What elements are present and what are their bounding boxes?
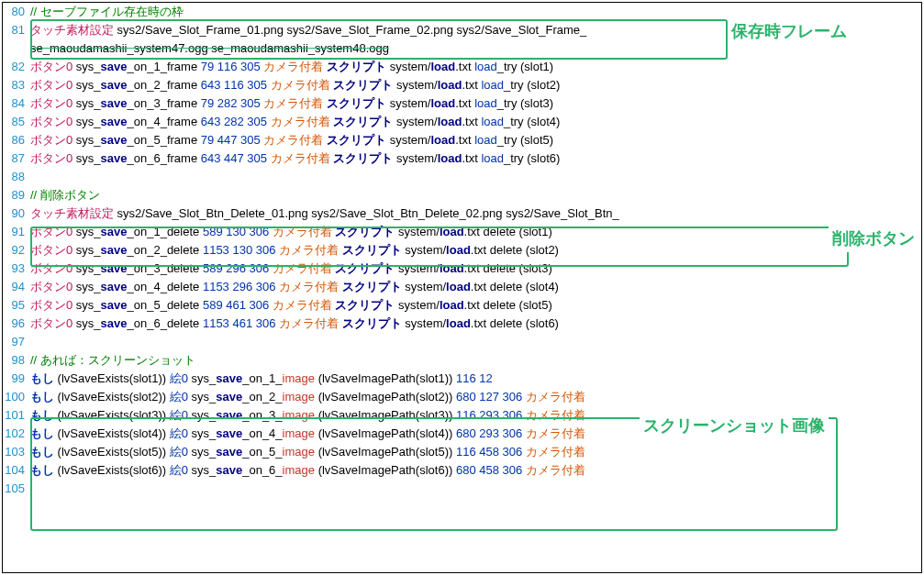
token: _on_2_delete xyxy=(128,243,203,257)
code-content[interactable]: もし (lvSaveExists(slot6)) 絵0 sys_save_on_… xyxy=(30,461,921,480)
token: カメラ付着 xyxy=(526,390,585,404)
code-line[interactable]: 85ボタン0 sys_save_on_4_frame 643 282 305 カ… xyxy=(3,113,921,131)
token: sys_ xyxy=(188,463,216,477)
code-line[interactable]: 92ボタン0 sys_save_on_2_delete 1153 130 306… xyxy=(3,241,921,260)
token: 643 116 305 xyxy=(201,78,267,92)
code-line[interactable]: 86ボタン0 sys_save_on_5_frame 79 447 305 カメ… xyxy=(3,131,921,149)
token: 643 447 305 xyxy=(201,151,267,165)
code-line[interactable]: 94ボタン0 sys_save_on_4_delete 1153 296 306… xyxy=(3,278,921,296)
line-number: 95 xyxy=(3,296,30,315)
code-content[interactable]: ボタン0 sys_save_on_5_frame 79 447 305 カメラ付… xyxy=(30,131,921,149)
code-line[interactable]: 84ボタン0 sys_save_on_3_frame 79 282 305 カメ… xyxy=(3,94,921,113)
code-content[interactable]: se_maoudamashii_system47.ogg se_maoudama… xyxy=(30,39,921,58)
token: (lvSaveExists(slot6)) xyxy=(54,463,170,477)
code-content[interactable]: // 削除ボタン xyxy=(30,186,921,205)
code-content[interactable]: タッチ素材設定 sys2/Save_Slot_Frame_01.png sys2… xyxy=(30,21,921,39)
token: system/ xyxy=(386,133,430,147)
token: .txt xyxy=(455,96,474,110)
code-content[interactable]: ボタン0 sys_save_on_4_frame 643 282 305 カメラ… xyxy=(30,113,921,131)
code-line[interactable]: 98// あれば：スクリーンショット xyxy=(3,351,921,370)
token: save xyxy=(216,463,242,477)
token: .txt delete (slot4) xyxy=(471,280,559,293)
token: カメラ付着 xyxy=(279,243,339,257)
code-content[interactable]: ボタン0 sys_save_on_3_frame 79 282 305 カメラ付… xyxy=(30,94,921,113)
code-line[interactable]: 100もし (lvSaveExists(slot2)) 絵0 sys_save_… xyxy=(3,388,921,406)
code-content[interactable]: ボタン0 sys_save_on_1_delete 589 130 306 カメ… xyxy=(30,223,921,241)
token: .txt xyxy=(462,78,481,92)
token: もし xyxy=(30,463,54,477)
token: image xyxy=(283,426,315,440)
code-content[interactable]: もし (lvSaveExists(slot4)) 絵0 sys_save_on_… xyxy=(30,425,921,443)
code-content[interactable]: もし (lvSaveExists(slot5)) 絵0 sys_save_on_… xyxy=(30,443,921,461)
code-line[interactable]: 97 xyxy=(3,333,921,351)
code-line[interactable]: 102もし (lvSaveExists(slot4)) 絵0 sys_save_… xyxy=(3,425,921,443)
code-line[interactable]: 99もし (lvSaveExists(slot1)) 絵0 sys_save_o… xyxy=(3,370,921,388)
code-content[interactable]: ボタン0 sys_save_on_5_delete 589 461 306 カメ… xyxy=(30,296,921,315)
code-line[interactable]: 80// セーブファイル存在時の枠 xyxy=(3,3,921,21)
token: save xyxy=(216,371,242,385)
token: load xyxy=(481,78,504,92)
token: sys_ xyxy=(72,151,100,165)
code-content[interactable]: ボタン0 sys_save_on_2_delete 1153 130 306 カ… xyxy=(30,241,921,260)
code-line[interactable]: 81タッチ素材設定 sys2/Save_Slot_Frame_01.png sy… xyxy=(3,21,921,39)
code-content[interactable]: ボタン0 sys_save_on_1_frame 79 116 305 カメラ付… xyxy=(30,58,921,76)
code-line[interactable]: 88 xyxy=(3,168,921,186)
token: _on_5_delete xyxy=(128,298,203,312)
token: もし xyxy=(30,408,54,422)
code-line[interactable]: 87ボタン0 sys_save_on_6_frame 643 447 305 カ… xyxy=(3,149,921,168)
token: _on_4_ xyxy=(242,426,282,440)
token: スクリプト xyxy=(342,243,402,257)
token: save xyxy=(101,133,128,147)
token: image xyxy=(283,445,315,459)
token: system/ xyxy=(395,225,439,238)
token: save xyxy=(216,408,242,422)
token: 79 116 305 xyxy=(201,60,261,73)
code-editor[interactable]: 80// セーブファイル存在時の枠81タッチ素材設定 sys2/Save_Slo… xyxy=(2,2,922,573)
token: load xyxy=(474,96,497,110)
token: load xyxy=(474,60,497,73)
token: 1153 461 306 xyxy=(203,316,276,330)
token: sys_ xyxy=(72,298,100,312)
code-content[interactable]: タッチ素材設定 sys2/Save_Slot_Btn_Delete_01.png… xyxy=(30,205,921,223)
token: image xyxy=(283,463,315,477)
code-content[interactable]: // セーブファイル存在時の枠 xyxy=(30,3,921,21)
code-content[interactable]: もし (lvSaveExists(slot2)) 絵0 sys_save_on_… xyxy=(30,388,921,406)
code-line[interactable]: 104もし (lvSaveExists(slot6)) 絵0 sys_save_… xyxy=(3,461,921,480)
token: sys_ xyxy=(188,371,216,385)
code-content[interactable]: もし (lvSaveExists(slot3)) 絵0 sys_save_on_… xyxy=(30,406,921,425)
token: system/ xyxy=(402,280,446,293)
line-number: 81 xyxy=(3,21,30,39)
code-content[interactable]: // あれば：スクリーンショット xyxy=(30,351,921,370)
token: ボタン0 xyxy=(30,316,72,330)
code-content[interactable]: ボタン0 sys_save_on_3_delete 589 296 306 カメ… xyxy=(30,260,921,278)
token: 116 458 306 xyxy=(456,445,522,459)
code-content[interactable]: ボタン0 sys_save_on_2_frame 643 116 305 カメラ… xyxy=(30,76,921,94)
code-content[interactable]: もし (lvSaveExists(slot1)) 絵0 sys_save_on_… xyxy=(30,370,921,388)
code-content[interactable]: ボタン0 sys_save_on_6_frame 643 447 305 カメラ… xyxy=(30,149,921,168)
code-line[interactable]: 105 xyxy=(3,480,921,498)
code-line[interactable]: 91ボタン0 sys_save_on_1_delete 589 130 306 … xyxy=(3,223,921,241)
token: // 削除ボタン xyxy=(30,188,100,202)
code-line[interactable]: 93ボタン0 sys_save_on_3_delete 589 296 306 … xyxy=(3,260,921,278)
code-content[interactable]: ボタン0 sys_save_on_6_delete 1153 461 306 カ… xyxy=(30,315,921,333)
code-line[interactable]: 95ボタン0 sys_save_on_5_delete 589 461 306 … xyxy=(3,296,921,315)
token: .txt xyxy=(455,133,474,147)
token: カメラ付着 xyxy=(526,426,585,440)
line-number: 93 xyxy=(3,260,30,278)
code-line[interactable]: 89// 削除ボタン xyxy=(3,186,921,205)
code-line[interactable]: 83ボタン0 sys_save_on_2_frame 643 116 305 カ… xyxy=(3,76,921,94)
code-line[interactable]: 96ボタン0 sys_save_on_6_delete 1153 461 306… xyxy=(3,315,921,333)
code-line[interactable]: 90タッチ素材設定 sys2/Save_Slot_Btn_Delete_01.p… xyxy=(3,205,921,223)
code-line[interactable]: 82ボタン0 sys_save_on_1_frame 79 116 305 カメ… xyxy=(3,58,921,76)
token: .txt xyxy=(455,60,474,73)
token: _on_3_delete xyxy=(128,261,203,275)
token: save xyxy=(216,426,242,440)
token: _on_3_frame xyxy=(128,96,201,110)
code-line[interactable]: 103もし (lvSaveExists(slot5)) 絵0 sys_save_… xyxy=(3,443,921,461)
code-line[interactable]: 101もし (lvSaveExists(slot3)) 絵0 sys_save_… xyxy=(3,406,921,425)
code-line-continuation[interactable]: se_maoudamashii_system47.ogg se_maoudama… xyxy=(3,39,921,58)
token: sys_ xyxy=(188,390,216,404)
code-content[interactable]: ボタン0 sys_save_on_4_delete 1153 296 306 カ… xyxy=(30,278,921,296)
token: sys_ xyxy=(72,316,100,330)
token: カメラ付着 xyxy=(279,280,339,293)
